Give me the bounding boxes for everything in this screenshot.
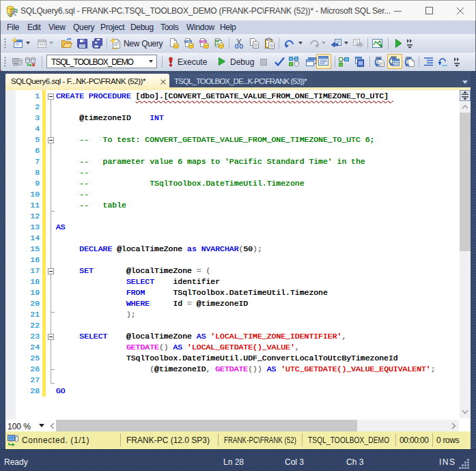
svg-text:LA: LA (214, 42, 219, 46)
